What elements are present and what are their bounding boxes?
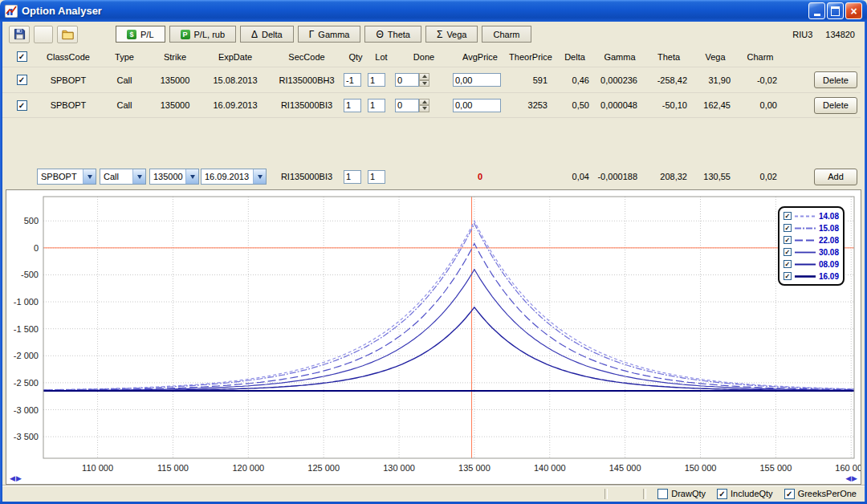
statusbar-divider <box>604 489 608 499</box>
header-lot: Lot <box>368 52 395 62</box>
tab-label: P/L <box>140 30 154 39</box>
qty-cell <box>344 170 368 184</box>
qty-input[interactable] <box>344 170 361 184</box>
legend-checkbox[interactable] <box>784 224 792 232</box>
option-analyser-window: Option Analyser × $P/LPP/L, rubΔDeltaΓGa… <box>0 0 867 504</box>
dropdown-arrow-icon[interactable] <box>185 169 198 184</box>
spin-up-button[interactable] <box>419 99 429 106</box>
close-button[interactable]: × <box>845 2 862 19</box>
done-input[interactable] <box>395 73 419 87</box>
type-combo-cell: Call <box>100 169 149 185</box>
x-tick-label: 140 000 <box>534 463 566 473</box>
legend-checkbox[interactable] <box>784 248 792 256</box>
expdate-value: 15.08.2013 <box>201 75 270 85</box>
pan-left-button[interactable]: ◀ <box>10 474 15 482</box>
x-tick-label: 130 000 <box>383 463 415 473</box>
tab-greek-icon: Σ <box>437 29 442 40</box>
tab-greek-icon: Γ <box>309 29 315 40</box>
series-line-22.08 <box>43 244 854 391</box>
tab-gamma[interactable]: ΓGamma <box>298 26 361 43</box>
pan-right-button[interactable]: ▶ <box>852 474 857 482</box>
seccode-value: RI135000BI3 <box>270 172 344 181</box>
legend-checkbox[interactable] <box>784 272 792 280</box>
strike-combo[interactable]: 135000 <box>149 169 199 185</box>
statusbar-checkbox[interactable] <box>717 489 727 499</box>
actions-cell: Delete <box>784 97 861 114</box>
open-button[interactable] <box>57 26 78 43</box>
delete-button[interactable]: Delete <box>814 97 857 114</box>
dropdown-arrow-icon[interactable] <box>132 169 145 184</box>
pan-right-button[interactable]: ▶ <box>16 474 22 482</box>
tab-vega[interactable]: ΣVega <box>425 26 478 43</box>
done-input[interactable] <box>395 99 419 112</box>
title-bar[interactable]: Option Analyser × <box>0 0 867 22</box>
legend-checkbox[interactable] <box>784 236 792 244</box>
statusbar-option-includeqty[interactable]: IncludeQty <box>717 489 773 499</box>
type-value: Call <box>100 75 149 85</box>
pan-left-button[interactable]: ◀ <box>845 474 851 482</box>
dropdown-arrow-icon[interactable] <box>83 169 96 184</box>
statusbar-checkbox[interactable] <box>784 489 795 499</box>
legend-checkbox[interactable] <box>784 212 792 220</box>
tab-greek-icon: Δ <box>251 29 258 40</box>
header-done: Done <box>395 52 453 62</box>
qty-input[interactable] <box>344 99 361 112</box>
spin-down-button[interactable] <box>419 105 429 112</box>
legend-label: 22.08 <box>819 236 839 245</box>
tab-charm[interactable]: Charm <box>482 26 531 43</box>
maximize-button[interactable] <box>827 2 844 19</box>
legend-checkbox[interactable] <box>784 260 792 268</box>
gamma-value: 0,000048 <box>596 100 644 110</box>
qty-input[interactable] <box>344 73 361 87</box>
tab-theta[interactable]: ΘTheta <box>364 26 421 43</box>
tab-p-l[interactable]: $P/L <box>116 26 165 43</box>
legend-label: 08.09 <box>819 260 839 269</box>
row-checkbox-cell <box>6 75 37 85</box>
blank-button[interactable] <box>34 26 53 43</box>
expdate-combo[interactable]: 16.09.2013 <box>201 169 267 185</box>
series-line-30.08 <box>43 270 854 391</box>
statusbar-divider <box>643 489 646 499</box>
combo-value: Call <box>100 169 132 184</box>
header-delta: Delta <box>554 52 596 62</box>
window-title: Option Analyser <box>22 5 804 17</box>
statusbar-option-drawqty[interactable]: DrawQty <box>657 489 706 499</box>
y-tick-label: -500 <box>21 270 39 279</box>
lot-input[interactable] <box>368 99 385 112</box>
tab-label: Theta <box>388 30 410 39</box>
save-button[interactable] <box>9 26 30 43</box>
statusbar-checkbox[interactable] <box>657 489 668 499</box>
tab-label: Charm <box>493 30 519 39</box>
minimize-button[interactable] <box>808 2 825 19</box>
delta-value: 0,04 <box>554 172 596 181</box>
spin-up-button[interactable] <box>419 73 429 80</box>
x-tick-label: 125 000 <box>307 463 340 473</box>
gamma-value: -0,000188 <box>596 172 644 181</box>
combo-value: 16.09.2013 <box>201 169 253 184</box>
y-tick-label: -3 000 <box>14 405 39 415</box>
open-folder-icon <box>62 28 74 40</box>
statusbar-checkbox-label: IncludeQty <box>731 489 773 498</box>
classcode-combo[interactable]: SPBOPT <box>37 169 96 185</box>
select-all-checkbox[interactable] <box>17 51 27 62</box>
add-button[interactable]: Add <box>814 169 857 185</box>
maximize-icon <box>831 6 840 16</box>
type-value: Call <box>100 100 149 110</box>
delete-button[interactable]: Delete <box>814 71 857 88</box>
type-combo[interactable]: Call <box>100 169 146 185</box>
dropdown-arrow-icon[interactable] <box>253 169 266 184</box>
y-tick-label: 0 <box>34 243 39 253</box>
lot-input[interactable] <box>368 170 385 184</box>
avgprice-input[interactable] <box>453 73 501 87</box>
avgprice-input[interactable] <box>453 99 501 112</box>
row-select-checkbox[interactable] <box>17 75 27 85</box>
spin-down-button[interactable] <box>419 80 429 87</box>
legend-item-16.09: 16.09 <box>784 270 839 282</box>
tab-delta[interactable]: ΔDelta <box>240 26 294 43</box>
x-tick-label: 150 000 <box>685 463 717 473</box>
classcode-value: SPBOPT <box>37 75 100 85</box>
lot-input[interactable] <box>368 73 385 87</box>
row-select-checkbox[interactable] <box>17 100 27 111</box>
tab-p-l-rub[interactable]: PP/L, rub <box>169 26 237 43</box>
statusbar-option-greeksperone[interactable]: GreeksPerOne <box>784 489 857 499</box>
